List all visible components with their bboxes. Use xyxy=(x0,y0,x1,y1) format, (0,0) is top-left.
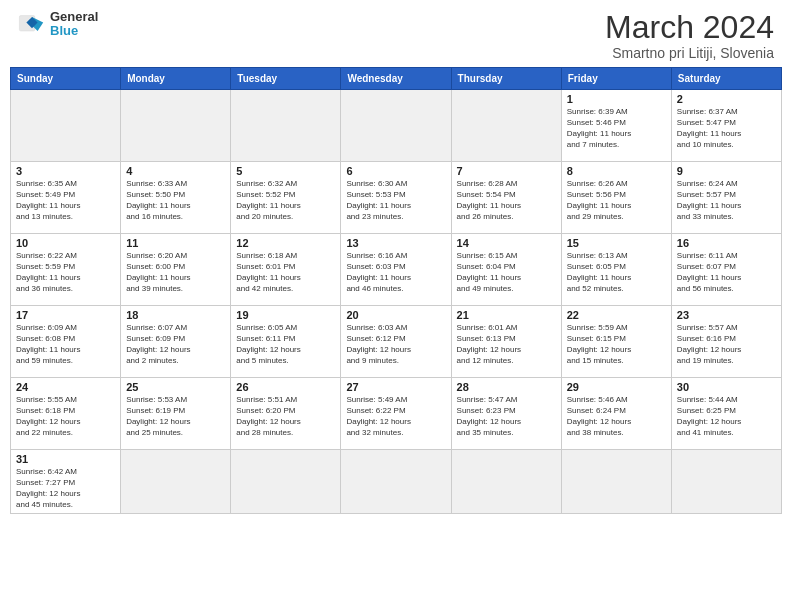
calendar-cell xyxy=(341,450,451,514)
logo-blue: Blue xyxy=(50,24,98,38)
day-number: 9 xyxy=(677,165,776,177)
day-number: 24 xyxy=(16,381,115,393)
calendar-cell: 13Sunrise: 6:16 AM Sunset: 6:03 PM Dayli… xyxy=(341,234,451,306)
calendar-table: SundayMondayTuesdayWednesdayThursdayFrid… xyxy=(10,67,782,514)
calendar-cell: 14Sunrise: 6:15 AM Sunset: 6:04 PM Dayli… xyxy=(451,234,561,306)
day-info: Sunrise: 6:16 AM Sunset: 6:03 PM Dayligh… xyxy=(346,251,445,294)
calendar-week-3: 17Sunrise: 6:09 AM Sunset: 6:08 PM Dayli… xyxy=(11,306,782,378)
day-number: 18 xyxy=(126,309,225,321)
calendar-cell xyxy=(451,450,561,514)
calendar-cell xyxy=(671,450,781,514)
day-number: 26 xyxy=(236,381,335,393)
day-info: Sunrise: 6:42 AM Sunset: 7:27 PM Dayligh… xyxy=(16,467,115,510)
logo-general: General xyxy=(50,10,98,24)
day-info: Sunrise: 5:57 AM Sunset: 6:16 PM Dayligh… xyxy=(677,323,776,366)
day-info: Sunrise: 6:28 AM Sunset: 5:54 PM Dayligh… xyxy=(457,179,556,222)
day-number: 17 xyxy=(16,309,115,321)
title-block: March 2024 Smartno pri Litiji, Slovenia xyxy=(605,10,774,61)
day-number: 1 xyxy=(567,93,666,105)
month-title: March 2024 xyxy=(605,10,774,45)
calendar-cell: 2Sunrise: 6:37 AM Sunset: 5:47 PM Daylig… xyxy=(671,90,781,162)
calendar-cell xyxy=(121,90,231,162)
calendar-cell: 6Sunrise: 6:30 AM Sunset: 5:53 PM Daylig… xyxy=(341,162,451,234)
day-number: 30 xyxy=(677,381,776,393)
calendar-cell: 1Sunrise: 6:39 AM Sunset: 5:46 PM Daylig… xyxy=(561,90,671,162)
day-number: 27 xyxy=(346,381,445,393)
day-info: Sunrise: 6:37 AM Sunset: 5:47 PM Dayligh… xyxy=(677,107,776,150)
day-info: Sunrise: 6:01 AM Sunset: 6:13 PM Dayligh… xyxy=(457,323,556,366)
calendar-dow-thursday: Thursday xyxy=(451,68,561,90)
day-number: 28 xyxy=(457,381,556,393)
day-info: Sunrise: 5:49 AM Sunset: 6:22 PM Dayligh… xyxy=(346,395,445,438)
day-info: Sunrise: 6:09 AM Sunset: 6:08 PM Dayligh… xyxy=(16,323,115,366)
day-number: 23 xyxy=(677,309,776,321)
calendar-header-row: SundayMondayTuesdayWednesdayThursdayFrid… xyxy=(11,68,782,90)
day-info: Sunrise: 6:13 AM Sunset: 6:05 PM Dayligh… xyxy=(567,251,666,294)
day-info: Sunrise: 6:26 AM Sunset: 5:56 PM Dayligh… xyxy=(567,179,666,222)
calendar-cell: 29Sunrise: 5:46 AM Sunset: 6:24 PM Dayli… xyxy=(561,378,671,450)
calendar-cell: 19Sunrise: 6:05 AM Sunset: 6:11 PM Dayli… xyxy=(231,306,341,378)
calendar-cell: 10Sunrise: 6:22 AM Sunset: 5:59 PM Dayli… xyxy=(11,234,121,306)
calendar-dow-wednesday: Wednesday xyxy=(341,68,451,90)
calendar-cell: 4Sunrise: 6:33 AM Sunset: 5:50 PM Daylig… xyxy=(121,162,231,234)
day-info: Sunrise: 6:11 AM Sunset: 6:07 PM Dayligh… xyxy=(677,251,776,294)
calendar-week-0: 1Sunrise: 6:39 AM Sunset: 5:46 PM Daylig… xyxy=(11,90,782,162)
day-info: Sunrise: 5:47 AM Sunset: 6:23 PM Dayligh… xyxy=(457,395,556,438)
day-info: Sunrise: 5:55 AM Sunset: 6:18 PM Dayligh… xyxy=(16,395,115,438)
day-number: 31 xyxy=(16,453,115,465)
day-info: Sunrise: 6:33 AM Sunset: 5:50 PM Dayligh… xyxy=(126,179,225,222)
day-info: Sunrise: 6:30 AM Sunset: 5:53 PM Dayligh… xyxy=(346,179,445,222)
day-info: Sunrise: 6:18 AM Sunset: 6:01 PM Dayligh… xyxy=(236,251,335,294)
calendar-cell: 21Sunrise: 6:01 AM Sunset: 6:13 PM Dayli… xyxy=(451,306,561,378)
calendar-cell: 28Sunrise: 5:47 AM Sunset: 6:23 PM Dayli… xyxy=(451,378,561,450)
calendar-cell: 27Sunrise: 5:49 AM Sunset: 6:22 PM Dayli… xyxy=(341,378,451,450)
logo-text: General Blue xyxy=(50,10,98,39)
day-number: 25 xyxy=(126,381,225,393)
day-info: Sunrise: 6:39 AM Sunset: 5:46 PM Dayligh… xyxy=(567,107,666,150)
calendar-week-5: 31Sunrise: 6:42 AM Sunset: 7:27 PM Dayli… xyxy=(11,450,782,514)
day-info: Sunrise: 6:35 AM Sunset: 5:49 PM Dayligh… xyxy=(16,179,115,222)
calendar-dow-sunday: Sunday xyxy=(11,68,121,90)
day-info: Sunrise: 5:59 AM Sunset: 6:15 PM Dayligh… xyxy=(567,323,666,366)
day-number: 12 xyxy=(236,237,335,249)
calendar-cell: 18Sunrise: 6:07 AM Sunset: 6:09 PM Dayli… xyxy=(121,306,231,378)
day-info: Sunrise: 5:44 AM Sunset: 6:25 PM Dayligh… xyxy=(677,395,776,438)
day-info: Sunrise: 6:07 AM Sunset: 6:09 PM Dayligh… xyxy=(126,323,225,366)
calendar-cell: 11Sunrise: 6:20 AM Sunset: 6:00 PM Dayli… xyxy=(121,234,231,306)
day-number: 20 xyxy=(346,309,445,321)
calendar-cell xyxy=(121,450,231,514)
calendar-cell: 5Sunrise: 6:32 AM Sunset: 5:52 PM Daylig… xyxy=(231,162,341,234)
day-number: 29 xyxy=(567,381,666,393)
day-info: Sunrise: 5:46 AM Sunset: 6:24 PM Dayligh… xyxy=(567,395,666,438)
day-info: Sunrise: 6:24 AM Sunset: 5:57 PM Dayligh… xyxy=(677,179,776,222)
general-blue-icon xyxy=(18,10,46,38)
calendar-cell: 26Sunrise: 5:51 AM Sunset: 6:20 PM Dayli… xyxy=(231,378,341,450)
logo: General Blue xyxy=(18,10,98,39)
day-number: 8 xyxy=(567,165,666,177)
calendar-cell: 31Sunrise: 6:42 AM Sunset: 7:27 PM Dayli… xyxy=(11,450,121,514)
calendar-dow-friday: Friday xyxy=(561,68,671,90)
calendar-cell: 16Sunrise: 6:11 AM Sunset: 6:07 PM Dayli… xyxy=(671,234,781,306)
location: Smartno pri Litiji, Slovenia xyxy=(605,45,774,61)
day-info: Sunrise: 5:51 AM Sunset: 6:20 PM Dayligh… xyxy=(236,395,335,438)
day-info: Sunrise: 6:15 AM Sunset: 6:04 PM Dayligh… xyxy=(457,251,556,294)
calendar-dow-tuesday: Tuesday xyxy=(231,68,341,90)
day-number: 16 xyxy=(677,237,776,249)
day-number: 3 xyxy=(16,165,115,177)
day-number: 7 xyxy=(457,165,556,177)
day-info: Sunrise: 6:32 AM Sunset: 5:52 PM Dayligh… xyxy=(236,179,335,222)
calendar-cell: 24Sunrise: 5:55 AM Sunset: 6:18 PM Dayli… xyxy=(11,378,121,450)
day-number: 14 xyxy=(457,237,556,249)
day-info: Sunrise: 6:05 AM Sunset: 6:11 PM Dayligh… xyxy=(236,323,335,366)
calendar-week-2: 10Sunrise: 6:22 AM Sunset: 5:59 PM Dayli… xyxy=(11,234,782,306)
day-number: 11 xyxy=(126,237,225,249)
calendar-cell xyxy=(561,450,671,514)
day-number: 2 xyxy=(677,93,776,105)
page: General Blue March 2024 Smartno pri Liti… xyxy=(0,0,792,612)
header: General Blue March 2024 Smartno pri Liti… xyxy=(0,0,792,67)
day-number: 5 xyxy=(236,165,335,177)
day-number: 15 xyxy=(567,237,666,249)
day-info: Sunrise: 5:53 AM Sunset: 6:19 PM Dayligh… xyxy=(126,395,225,438)
day-number: 21 xyxy=(457,309,556,321)
calendar-dow-monday: Monday xyxy=(121,68,231,90)
